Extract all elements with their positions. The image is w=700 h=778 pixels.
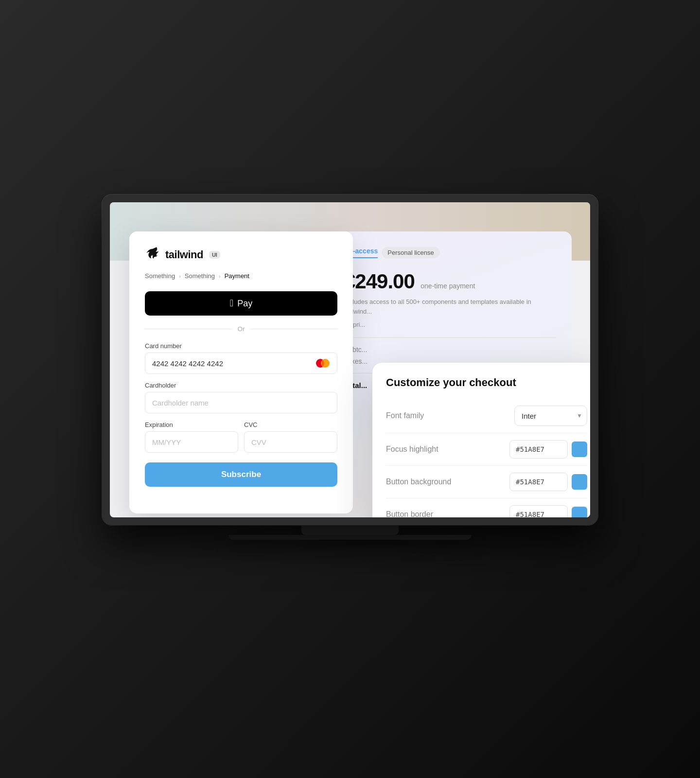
price-note: one-time payment — [420, 282, 475, 290]
breadcrumb-item-2[interactable]: Something — [185, 272, 215, 280]
laptop-frame: tailwind UI Something › Something › Paym… — [102, 194, 598, 525]
cvc-label: CVC — [244, 421, 337, 428]
laptop-screen: tailwind UI Something › Something › Paym… — [110, 202, 590, 517]
card-number-label: Card number — [145, 342, 337, 350]
product-divider — [344, 337, 556, 338]
focus-highlight-row: Focus highlight — [386, 433, 587, 466]
product-tabs: All-access Personal license — [344, 247, 556, 258]
cardholder-group: Cardholder — [145, 382, 337, 413]
button-border-swatch[interactable] — [572, 507, 587, 517]
font-family-label: Font family — [386, 411, 424, 420]
font-family-row: Font family Inter Roboto Helvetica Georg… — [386, 399, 587, 433]
divider-line-right — [250, 329, 337, 329]
cvc-input[interactable] — [244, 431, 337, 453]
font-family-select[interactable]: Inter Roboto Helvetica Georgia — [514, 406, 587, 426]
button-bg-input[interactable] — [509, 473, 568, 491]
customize-panel: Customize your checkout Font family Inte… — [372, 363, 590, 517]
focus-highlight-label: Focus highlight — [386, 445, 438, 454]
price-main: €249.00 — [344, 270, 415, 293]
button-bg-label: Button background — [386, 477, 451, 486]
subscribe-button[interactable]: Subscribe — [145, 462, 337, 487]
breadcrumb-sep-1: › — [179, 273, 181, 279]
checkout-card: tailwind UI Something › Something › Paym… — [129, 231, 353, 513]
laptop-stand — [301, 525, 399, 535]
expiration-label: Expiration — [145, 421, 238, 428]
mastercard-icon — [314, 358, 332, 369]
expiration-group: Expiration — [145, 421, 238, 453]
customize-title: Customize your checkout — [386, 376, 587, 389]
card-number-group: Card number — [145, 342, 337, 374]
button-border-input[interactable] — [509, 505, 568, 517]
logo-area: tailwind UI — [145, 247, 337, 263]
divider-line-left — [145, 329, 232, 329]
card-input-wrapper — [145, 353, 337, 374]
breadcrumb-sep-2: › — [219, 273, 221, 279]
apple-icon:  — [230, 298, 233, 308]
expiry-cvc-row: Expiration CVC — [145, 421, 337, 460]
logo-badge: UI — [209, 251, 220, 259]
price-note2: All pri... — [344, 320, 556, 330]
breadcrumb-item-3: Payment — [225, 272, 249, 280]
button-bg-swatch[interactable] — [572, 474, 587, 490]
breadcrumb-item-1[interactable]: Something — [145, 272, 175, 280]
cardholder-label: Cardholder — [145, 382, 337, 389]
tailwind-logo-icon — [145, 247, 160, 263]
apple-pay-label: Pay — [237, 299, 252, 309]
divider-label: Or — [238, 325, 245, 333]
expiration-input[interactable] — [145, 431, 238, 453]
focus-highlight-control — [509, 440, 587, 459]
cvc-group: CVC — [244, 421, 337, 453]
button-bg-row: Button background — [386, 466, 587, 498]
card-number-input[interactable] — [145, 353, 337, 374]
focus-highlight-swatch[interactable] — [572, 442, 587, 457]
apple-pay-button[interactable]:  Pay — [145, 291, 337, 316]
button-border-row: Button border — [386, 498, 587, 517]
font-family-control: Inter Roboto Helvetica Georgia ▼ — [514, 406, 587, 426]
laptop-container: tailwind UI Something › Something › Paym… — [102, 194, 598, 545]
button-bg-control — [509, 473, 587, 491]
logo-text: tailwind — [165, 248, 203, 261]
button-border-label: Button border — [386, 510, 433, 517]
focus-highlight-input[interactable] — [509, 440, 568, 459]
button-border-control — [509, 505, 587, 517]
price-area: €249.00 one-time payment Includes access… — [344, 270, 556, 330]
breadcrumb: Something › Something › Payment — [145, 272, 337, 280]
cardholder-input[interactable] — [145, 392, 337, 413]
laptop-base — [228, 535, 472, 540]
font-select-wrapper: Inter Roboto Helvetica Georgia ▼ — [514, 406, 587, 426]
tab-personal-license[interactable]: Personal license — [382, 247, 439, 258]
price-description: Includes access to all 500+ components a… — [344, 297, 556, 316]
subtotal-row: Subtc... — [344, 346, 556, 354]
divider: Or — [145, 325, 337, 333]
